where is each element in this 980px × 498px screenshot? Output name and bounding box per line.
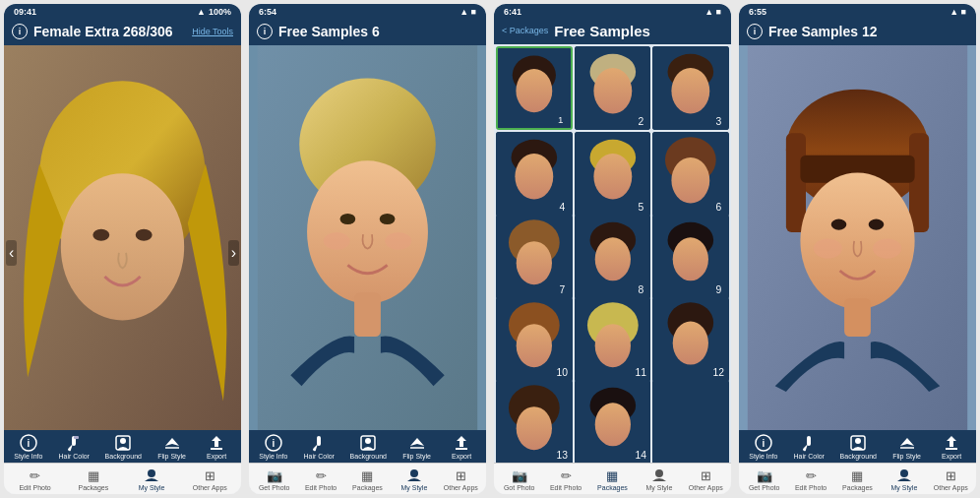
- toolbar4-flip-style[interactable]: Flip Style: [892, 434, 922, 460]
- svg-text:2: 2: [638, 116, 643, 127]
- hair-thumb-8[interactable]: 8: [575, 215, 651, 298]
- svg-rect-23: [317, 436, 321, 446]
- left-arrow[interactable]: ‹: [6, 240, 17, 266]
- flip4-icon: [896, 434, 918, 452]
- toolbar2-hair-color[interactable]: Hair Color: [303, 434, 335, 460]
- toolbar2-background[interactable]: Background: [350, 434, 387, 460]
- nav2-other-apps-label: Other Apps: [444, 484, 478, 491]
- nav-my-style[interactable]: My Style: [135, 467, 169, 491]
- nav-edit-photo[interactable]: ✏ Edit Photo: [18, 467, 52, 491]
- nav4-other-apps[interactable]: ⊞ Other Apps: [934, 467, 968, 491]
- svg-text:i: i: [27, 438, 30, 449]
- hair-thumb-9[interactable]: 9: [652, 215, 729, 298]
- svg-point-66: [517, 324, 552, 367]
- nav3-other-apps[interactable]: ⊞ Other Apps: [689, 467, 723, 491]
- hair-thumb-2[interactable]: 2: [575, 46, 651, 130]
- svg-point-78: [517, 406, 552, 450]
- toolbar4-hair-color[interactable]: Hair Color: [793, 434, 825, 460]
- nav2-my-style[interactable]: My Style: [397, 467, 431, 491]
- nav4-my-style[interactable]: My Style: [887, 467, 921, 491]
- toolbar4-style-info-label: Style Info: [749, 453, 777, 460]
- phone1-title: Female Extra 268/306: [33, 24, 186, 39]
- toolbar4-export-label: Export: [942, 453, 961, 460]
- svg-rect-96: [844, 298, 871, 337]
- nav4-edit-photo[interactable]: ✏ Edit Photo: [794, 467, 828, 491]
- svg-point-58: [594, 238, 630, 281]
- hair-thumb-13[interactable]: 13: [496, 380, 573, 463]
- nav2-edit-photo[interactable]: ✏ Edit Photo: [304, 467, 338, 491]
- toolbar4-export[interactable]: Export: [937, 434, 966, 460]
- hair-thumb-4[interactable]: 4: [496, 132, 573, 216]
- svg-text:8: 8: [638, 285, 643, 296]
- nav2-get-photo[interactable]: 📷 Get Photo: [257, 467, 291, 491]
- svg-text:3: 3: [716, 116, 722, 127]
- info-icon-2[interactable]: i: [257, 24, 273, 39]
- nav4-packages[interactable]: ▦ Packages: [840, 467, 875, 491]
- nav3-get-photo-label: Got Photo: [504, 484, 535, 491]
- signal-1: ▲: [197, 7, 206, 17]
- toolbar2-flip-style[interactable]: Flip Style: [402, 434, 432, 460]
- nav3-get-photo[interactable]: 📷 Got Photo: [502, 467, 536, 491]
- nav3-my-style[interactable]: My Style: [642, 467, 676, 491]
- toolbar4-hair-color-label: Hair Color: [793, 453, 825, 460]
- hair-thumb-14[interactable]: 14: [575, 380, 651, 463]
- toolbar-flip-style-label: Flip Style: [157, 453, 186, 460]
- nav3-packages[interactable]: ▦ Packages: [595, 467, 630, 491]
- nav4-get-photo[interactable]: 📷 Get Photo: [747, 467, 781, 491]
- edit3-icon: ✏: [555, 467, 577, 483]
- hair-thumb-1[interactable]: 1: [496, 46, 573, 130]
- paint4-icon: [798, 434, 820, 452]
- signal-3: ▲ ■: [704, 7, 721, 17]
- hair-thumb-6[interactable]: 6: [652, 132, 729, 216]
- toolbar-background-label: Background: [105, 453, 142, 460]
- export-toolbar-icon: [206, 434, 227, 452]
- info-icon-1[interactable]: i: [12, 24, 28, 39]
- nav-other-apps[interactable]: ⊞ Other Apps: [193, 467, 227, 491]
- svg-point-17: [380, 214, 396, 224]
- svg-text:i: i: [762, 438, 765, 449]
- toolbar-background[interactable]: Background: [105, 434, 142, 460]
- svg-rect-89: [909, 133, 929, 232]
- nav4-other-apps-label: Other Apps: [934, 484, 968, 491]
- hair-thumb-7[interactable]: 7: [496, 215, 573, 298]
- nav-packages[interactable]: ▦ Packages: [76, 467, 110, 491]
- toolbar4-background[interactable]: Background: [840, 434, 877, 460]
- svg-text:4: 4: [559, 203, 565, 214]
- nav2-packages[interactable]: ▦ Packages: [350, 467, 385, 491]
- hair-thumb-11[interactable]: 11: [575, 297, 651, 381]
- hair-thumb-5[interactable]: 5: [575, 132, 651, 216]
- nav2-other-apps[interactable]: ⊞ Other Apps: [444, 467, 478, 491]
- toolbar-export[interactable]: Export: [202, 434, 231, 460]
- nav-my-style-label: My Style: [139, 484, 165, 491]
- phone4-main: [739, 45, 976, 430]
- svg-rect-99: [807, 436, 811, 446]
- phone2-svg: [249, 45, 486, 430]
- status-bar-4: 6:55 ▲ ■: [739, 4, 976, 20]
- hair-thumb-3[interactable]: 3: [652, 46, 729, 130]
- toolbar4-style-info[interactable]: i Style Info: [749, 434, 778, 460]
- toolbar4-flip-label: Flip Style: [892, 453, 921, 460]
- app-header-4: i Free Samples 12: [739, 20, 976, 45]
- toolbar-style-info[interactable]: i Style Info: [14, 434, 43, 460]
- other-apps-icon: ⊞: [199, 467, 220, 483]
- toolbar-flip-style[interactable]: Flip Style: [157, 434, 187, 460]
- hair-thumb-12[interactable]: 12: [652, 297, 729, 381]
- hair-thumb-10[interactable]: 10: [496, 297, 573, 381]
- svg-rect-88: [786, 133, 806, 232]
- info2-icon: i: [263, 434, 284, 452]
- status-right-1: ▲ 100%: [197, 7, 231, 17]
- svg-point-2: [61, 173, 184, 320]
- app-header-3: < Packages Free Samples: [494, 20, 731, 44]
- nav3-edit-photo[interactable]: ✏ Edit Photo: [549, 467, 583, 491]
- toolbar2-style-info[interactable]: i Style Info: [259, 434, 288, 460]
- hide-tools-button[interactable]: Hide Tools: [192, 27, 233, 36]
- right-arrow[interactable]: ›: [228, 240, 239, 266]
- info-icon-4[interactable]: i: [747, 24, 763, 39]
- edit2-icon: ✏: [310, 467, 332, 483]
- toolbar-hair-color[interactable]: Hair Color: [58, 434, 90, 460]
- back-button[interactable]: < Packages: [502, 26, 548, 35]
- toolbar2-export[interactable]: Export: [447, 434, 476, 460]
- svg-rect-8: [74, 436, 79, 439]
- hair-thumb-15[interactable]: [652, 380, 729, 463]
- nav2-my-style-label: My Style: [400, 484, 427, 491]
